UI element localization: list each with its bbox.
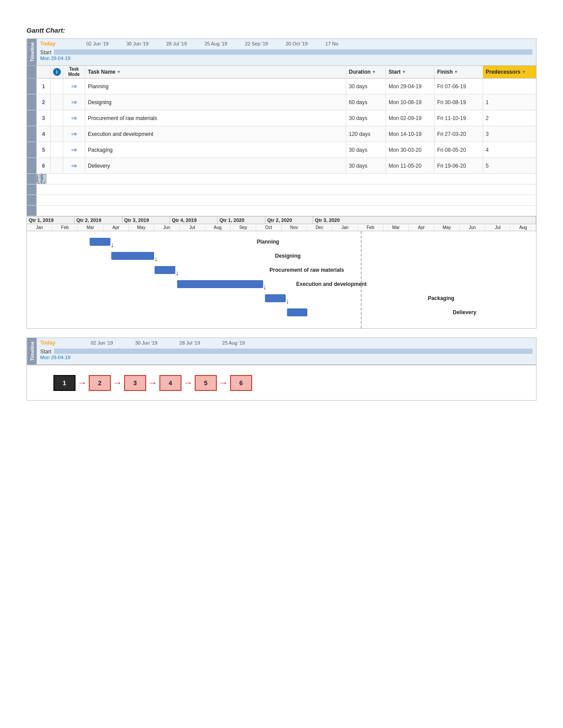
bar-rect-1 — [111, 252, 154, 260]
finish-sort[interactable]: ▼ — [454, 70, 458, 74]
bar-row-4: Packaging↓ — [27, 291, 536, 305]
timeline2-label: Timeline — [27, 338, 37, 364]
table-row-6: 6 ⇒ Delievery 30 days Mon 11-05-20 Fri 1… — [27, 158, 536, 174]
col-side-2 — [27, 110, 37, 126]
month-cell-17: Jun — [460, 224, 485, 231]
timeline-content: Today 02 Jun '19 30 Jun '19 28 Jul '19 2… — [37, 39, 536, 65]
empty-row-3 — [27, 195, 536, 206]
bar-row-0: Planning↓ — [27, 235, 536, 249]
seq-box-2: 2 — [89, 375, 111, 391]
col-pred-1: 1 — [483, 94, 536, 110]
month-cell-15: Apr — [409, 224, 435, 231]
bar-rect-3 — [177, 280, 263, 288]
timeline-date-7: 17 No — [325, 41, 338, 46]
bar-arrow-2: ↓ — [175, 269, 179, 277]
timeline-date-5: 22 Sep '19 — [245, 41, 268, 46]
month-cell-10: Nov — [282, 224, 307, 231]
col-mode-header: Task Mode — [63, 66, 85, 78]
col-taskname-4: Packaging — [85, 142, 346, 158]
col-pred-header: Predecessors ▼ — [483, 66, 536, 78]
col-finish-header: Finish ▼ — [435, 66, 483, 78]
col-taskname-header: Task Name ▼ — [85, 66, 346, 78]
month-cell-11: Dec — [307, 224, 333, 231]
timeline-date-2: 30 Jun '19 — [126, 41, 148, 46]
col-taskname-5: Delievery — [85, 158, 346, 173]
timeline2-row: Timeline Today 02 Jun '19 30 Jun '19 28 … — [27, 338, 536, 365]
month-cell-7: Aug — [205, 224, 231, 231]
table-row-4: 4 ⇒ Execution and development 120 days M… — [27, 126, 536, 142]
col-side-0 — [27, 79, 37, 94]
col-num-5: 6 — [37, 158, 51, 173]
qtr-1-2019: Qtr 1, 2019 — [27, 217, 75, 224]
month-cell-9: Oct — [256, 224, 282, 231]
col-taskname-1: Designing — [85, 94, 346, 110]
qtr-3-2020: Qtr 3, 2020 — [313, 217, 536, 224]
today2-marker: Today — [40, 340, 55, 346]
col-duration-3: 120 days — [346, 126, 386, 142]
seq-node-1: 1 — [53, 375, 76, 391]
empty-row-1: Gantt Chart — [27, 174, 536, 184]
seq-box-5: 5 — [195, 375, 217, 391]
col-taskname-2: Procurement of raw materials — [85, 110, 346, 126]
col-num-2: 3 — [37, 110, 51, 126]
col-duration-4: 30 days — [346, 142, 386, 158]
seq-box-1: 1 — [53, 375, 76, 391]
col-mode-2: ⇒ — [63, 110, 85, 126]
col-num-0: 1 — [37, 79, 51, 94]
qtr-4-2019: Qtr 4, 2019 — [170, 217, 218, 224]
start-date: Mon 29-04-19 — [40, 56, 533, 61]
duration-sort[interactable]: ▼ — [372, 70, 376, 74]
col-start-4: Mon 30-03-20 — [386, 142, 435, 158]
seq-box-6: 6 — [230, 375, 252, 391]
col-mode-5: ⇒ — [63, 158, 85, 173]
start-sort[interactable]: ▼ — [402, 70, 406, 74]
bar-label-5: Delievery — [453, 309, 476, 315]
table-rows: 1 ⇒ Planning 30 days Mon 29-04-19 Fri 07… — [27, 79, 536, 174]
col-taskname-0: Planning — [85, 79, 346, 94]
seq-arrow-5: → — [219, 377, 228, 389]
col-start-2: Mon 02-09-19 — [386, 110, 435, 126]
gantt-bars-section: Qtr 1, 2019 Qtr 2, 2019 Qtr 3, 2019 Qtr … — [26, 217, 537, 329]
month-cell-18: Jul — [485, 224, 511, 231]
col-duration-5: 30 days — [346, 158, 386, 173]
info-icon: i — [53, 68, 61, 76]
bar-rect-5 — [287, 308, 308, 316]
bar-arrow-1: ↓ — [154, 255, 158, 263]
col-info-5 — [51, 158, 63, 173]
col-side-4 — [27, 142, 37, 158]
col-mode-1: ⇒ — [63, 94, 85, 110]
month-cell-14: Mar — [383, 224, 409, 231]
timeline-date-3: 28 Jul '19 — [166, 41, 187, 46]
col-side-1 — [27, 94, 37, 110]
timeline2-date-2: 30 Jun '19 — [135, 340, 157, 345]
bar-row-1: Designing↓ — [27, 249, 536, 263]
col-num-3: 4 — [37, 126, 51, 142]
table-row-5: 5 ⇒ Packaging 30 days Mon 30-03-20 Fri 0… — [27, 142, 536, 158]
timeline-label: Timeline — [27, 39, 37, 65]
col-duration-1: 60 days — [346, 94, 386, 110]
qtr-1-2020: Qtr 1, 2020 — [218, 217, 265, 224]
seq-box-3: 3 — [124, 375, 146, 391]
timeline-date-1: 02 Jun '19 — [86, 41, 108, 46]
timeline2-content: Today 02 Jun '19 30 Jun '19 28 Jul '19 2… — [37, 338, 536, 364]
month-cell-2: Mar — [78, 224, 103, 231]
col-finish-0: Fri 07-06-19 — [435, 79, 483, 94]
timeline2-date-4: 25 Aug '19 — [222, 340, 245, 345]
col-finish-3: Fri 27-03-20 — [435, 126, 483, 142]
col-pred-3: 3 — [483, 126, 536, 142]
timeline2-date-3: 28 Jul '19 — [179, 340, 200, 345]
pred-sort[interactable]: ▼ — [522, 70, 526, 74]
col-info-1 — [51, 94, 63, 110]
taskname-sort[interactable]: ▼ — [117, 70, 121, 74]
bar-label-0: Planning — [257, 239, 280, 245]
col-num-header — [37, 66, 51, 78]
col-info-3 — [51, 126, 63, 142]
col-finish-1: Fri 30-08-19 — [435, 94, 483, 110]
empty-row-2 — [27, 184, 536, 195]
month-cell-12: Jan — [333, 224, 358, 231]
col-info-4 — [51, 142, 63, 158]
gantt-table-section: Timeline Today 02 Jun '19 30 Jun '19 28 … — [26, 38, 537, 217]
seq-node-3: 3 — [124, 375, 146, 391]
bar-row-5: Delievery — [27, 305, 536, 319]
table-row-3: 3 ⇒ Procurement of raw materials 30 days… — [27, 110, 536, 126]
